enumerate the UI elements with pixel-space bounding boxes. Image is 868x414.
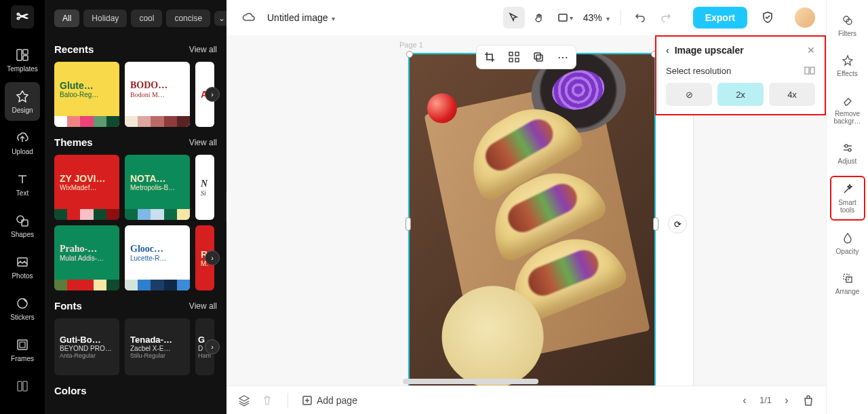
separator bbox=[620, 10, 621, 25]
effects-rail[interactable]: Effects bbox=[830, 48, 865, 83]
photos-tool[interactable]: Photos bbox=[5, 248, 40, 286]
font-card[interactable]: Tenada-… Zacbel X-E… Stilu-Regular bbox=[125, 318, 190, 375]
right-rail: Filters Effects Remove backgr… Adjust Sm… bbox=[826, 0, 868, 414]
back-icon[interactable]: ‹ bbox=[666, 45, 669, 56]
svg-rect-11 bbox=[559, 14, 567, 21]
more-icon[interactable]: ⋯ bbox=[555, 50, 570, 64]
avatar[interactable] bbox=[795, 7, 815, 28]
add-page-icon bbox=[302, 395, 313, 406]
rail-label: Effects bbox=[837, 70, 857, 77]
text-tool[interactable]: Text bbox=[5, 165, 40, 204]
upload-tool[interactable]: Upload bbox=[5, 124, 40, 162]
design-tool[interactable]: Design bbox=[5, 82, 40, 121]
card-sub: Metropolis-B… bbox=[130, 184, 184, 191]
resize-dropdown[interactable]: ▾ bbox=[555, 7, 576, 29]
crop-icon[interactable] bbox=[482, 50, 497, 64]
photos-icon bbox=[15, 255, 30, 269]
canvas-area[interactable]: Page 1 ⋯ bbox=[226, 35, 826, 385]
tool-column: ✂ Templates Design Upload Text Shapes Ph… bbox=[0, 0, 45, 414]
resolution-none[interactable]: ⊘ bbox=[666, 83, 712, 106]
copy-icon[interactable] bbox=[531, 50, 546, 64]
font-main: Guti-Bo… bbox=[60, 335, 114, 345]
svg-point-24 bbox=[848, 149, 851, 151]
topbar: Untitled image ▾ ▾ 43% ▾ Export bbox=[226, 0, 826, 35]
chip-holiday[interactable]: Holiday bbox=[83, 10, 127, 27]
redo-button[interactable] bbox=[655, 7, 677, 29]
zoom-level[interactable]: 43% ▾ bbox=[580, 12, 612, 23]
svg-rect-17 bbox=[536, 55, 542, 61]
next-page-icon[interactable]: › bbox=[780, 394, 793, 407]
opacity-rail[interactable]: Opacity bbox=[830, 226, 865, 261]
document-title[interactable]: Untitled image ▾ bbox=[267, 12, 335, 23]
recent-card[interactable]: Glute…Baloo-Reg… bbox=[54, 62, 119, 127]
layout-icon bbox=[15, 379, 30, 394]
templates-tool[interactable]: Templates bbox=[5, 41, 40, 79]
stickers-tool[interactable]: Stickers bbox=[5, 289, 40, 328]
pointer-tool[interactable] bbox=[503, 7, 525, 29]
fonts-title: Fonts bbox=[54, 300, 82, 312]
theme-card[interactable]: Glooc…Lucette-R… bbox=[125, 225, 190, 290]
svg-rect-10 bbox=[23, 381, 27, 391]
card-sub: WixMadef… bbox=[60, 184, 114, 191]
theme-card[interactable]: NOTA…Metropolis-B… bbox=[125, 155, 190, 220]
smart-select-icon[interactable] bbox=[507, 50, 521, 64]
arrange-rail[interactable]: Arrange bbox=[830, 266, 865, 301]
upscaler-title: Image upscaler bbox=[675, 45, 744, 56]
separator bbox=[288, 393, 288, 408]
shapes-tool[interactable]: Shapes bbox=[5, 206, 40, 245]
scroll-right-icon[interactable]: › bbox=[205, 87, 220, 102]
themes-title: Themes bbox=[54, 136, 93, 148]
remove-bg-rail[interactable]: Remove backgr… bbox=[830, 88, 865, 130]
delete-icon[interactable] bbox=[260, 394, 274, 407]
scroll-right-icon[interactable]: › bbox=[205, 250, 220, 265]
layers-icon[interactable] bbox=[237, 394, 251, 407]
theme-card[interactable]: ZY JOVI…WixMadef… bbox=[54, 155, 119, 220]
card-title: BODO… bbox=[130, 80, 184, 91]
fonts-view-all[interactable]: View all bbox=[189, 301, 217, 311]
app-logo[interactable]: ✂ bbox=[11, 5, 34, 29]
themes-view-all[interactable]: View all bbox=[189, 138, 217, 147]
magic-wand-icon bbox=[841, 183, 854, 196]
chip-concise[interactable]: concise bbox=[166, 10, 210, 27]
hand-tool[interactable] bbox=[529, 7, 551, 29]
shapes-label: Shapes bbox=[11, 231, 34, 238]
theme-card[interactable]: Praho-…Mulat Addis-… bbox=[54, 225, 119, 290]
chips-more[interactable]: ⌄ bbox=[214, 11, 226, 26]
document-title-text: Untitled image bbox=[267, 12, 328, 23]
font-card[interactable]: Guti-Bo… BEYOND PRO… Anta-Regular bbox=[54, 318, 119, 375]
shield-icon[interactable] bbox=[757, 7, 778, 29]
recent-card[interactable]: BODO…Bodoni M… bbox=[125, 62, 190, 127]
resolution-2x[interactable]: 2x bbox=[717, 83, 764, 106]
close-icon[interactable]: ✕ bbox=[807, 45, 815, 56]
chevron-down-icon: ▾ bbox=[570, 14, 573, 22]
horizontal-scrollbar[interactable] bbox=[403, 379, 538, 384]
adjust-rail[interactable]: Adjust bbox=[830, 136, 865, 170]
compare-icon[interactable] bbox=[804, 65, 815, 76]
upload-icon bbox=[15, 130, 30, 145]
resolution-4x[interactable]: 4x bbox=[769, 83, 815, 106]
canvas-page[interactable] bbox=[408, 53, 693, 385]
shopping-bag-icon[interactable] bbox=[802, 394, 815, 407]
prev-page-icon[interactable]: ‹ bbox=[738, 394, 751, 407]
add-page-button[interactable]: Add page bbox=[302, 395, 357, 406]
font-sub2: Stilu-Regular bbox=[130, 352, 184, 359]
undo-button[interactable] bbox=[629, 7, 651, 29]
svg-rect-13 bbox=[515, 52, 519, 56]
rail-label: Opacity bbox=[836, 248, 859, 255]
canvas-image[interactable] bbox=[408, 53, 656, 385]
theme-card[interactable]: NSi bbox=[195, 155, 214, 220]
filters-rail[interactable]: Filters bbox=[830, 8, 865, 43]
scroll-right-icon[interactable]: › bbox=[205, 339, 220, 354]
font-sub: Zacbel X-E… bbox=[130, 345, 184, 352]
cloud-icon[interactable] bbox=[237, 7, 259, 29]
rail-label: Filters bbox=[838, 30, 856, 37]
recents-view-all[interactable]: View all bbox=[189, 45, 217, 54]
layout-tool[interactable] bbox=[5, 372, 40, 403]
export-button[interactable]: Export bbox=[693, 7, 747, 29]
chip-cool[interactable]: cool bbox=[131, 10, 162, 27]
rail-label: Smart tools bbox=[834, 199, 861, 214]
frames-tool[interactable]: Frames bbox=[5, 331, 40, 369]
chip-all[interactable]: All bbox=[54, 10, 79, 27]
smart-tools-rail[interactable]: Smart tools bbox=[830, 176, 865, 221]
opacity-icon bbox=[841, 231, 854, 245]
